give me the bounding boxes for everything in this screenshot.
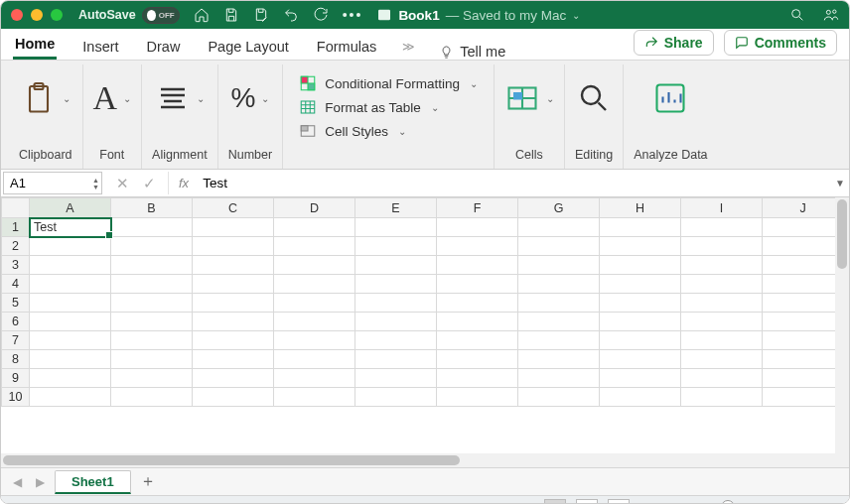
cell[interactable] xyxy=(111,256,193,275)
column-header-b[interactable]: B xyxy=(111,198,193,218)
cell[interactable] xyxy=(763,350,844,369)
cell[interactable] xyxy=(437,294,518,313)
cell[interactable] xyxy=(111,331,193,350)
cell[interactable] xyxy=(193,369,274,388)
cell[interactable] xyxy=(355,275,437,294)
cell[interactable] xyxy=(437,331,518,350)
cell[interactable] xyxy=(193,218,274,237)
cell[interactable] xyxy=(30,388,111,407)
scrollbar-thumb[interactable] xyxy=(3,455,460,465)
cell[interactable] xyxy=(437,369,518,388)
cell[interactable] xyxy=(681,331,763,350)
cell[interactable] xyxy=(600,388,681,407)
cell[interactable] xyxy=(111,388,193,407)
expand-formula-bar-icon[interactable]: ▼ xyxy=(831,170,849,196)
cell[interactable] xyxy=(600,294,681,313)
sheet-tab-sheet1[interactable]: Sheet1 xyxy=(55,470,131,494)
zoom-thumb[interactable] xyxy=(721,500,735,505)
cell[interactable] xyxy=(763,313,844,331)
cell[interactable] xyxy=(355,256,437,275)
cell[interactable] xyxy=(518,331,600,350)
cell-a1[interactable]: Test xyxy=(30,218,111,237)
cell[interactable] xyxy=(518,313,600,331)
undo-icon[interactable] xyxy=(283,7,299,23)
fx-label[interactable]: fx xyxy=(169,170,199,196)
cell[interactable] xyxy=(763,275,844,294)
cell[interactable] xyxy=(355,313,437,331)
cell[interactable] xyxy=(437,237,518,256)
cell[interactable] xyxy=(193,388,274,407)
cell[interactable] xyxy=(437,275,518,294)
cell[interactable] xyxy=(681,256,763,275)
number-button[interactable]: % ⌄ xyxy=(230,68,269,128)
sheet-nav-next-icon[interactable]: ▶ xyxy=(32,475,49,489)
cell[interactable] xyxy=(763,237,844,256)
cell[interactable] xyxy=(193,331,274,350)
share-people-icon[interactable] xyxy=(823,7,839,23)
name-box-stepper[interactable]: ▲▼ xyxy=(92,177,99,190)
horizontal-scrollbar[interactable] xyxy=(1,453,849,467)
format-as-table-button[interactable]: Format as Table ⌄ xyxy=(299,98,478,116)
row-header-6[interactable]: 6 xyxy=(2,313,30,331)
conditional-formatting-button[interactable]: Conditional Formatting ⌄ xyxy=(299,74,478,92)
cell[interactable] xyxy=(355,294,437,313)
select-all-corner[interactable] xyxy=(2,198,30,218)
cell[interactable] xyxy=(274,256,355,275)
cell[interactable] xyxy=(111,350,193,369)
cell[interactable] xyxy=(111,369,193,388)
cell[interactable] xyxy=(111,218,193,237)
cell[interactable] xyxy=(600,369,681,388)
cell[interactable] xyxy=(193,313,274,331)
add-sheet-button[interactable]: ＋ xyxy=(137,471,159,493)
maximize-window-button[interactable] xyxy=(51,9,63,21)
row-header-10[interactable]: 10 xyxy=(2,388,30,407)
cell[interactable] xyxy=(763,256,844,275)
cell[interactable] xyxy=(274,331,355,350)
cell[interactable] xyxy=(437,350,518,369)
tab-page-layout[interactable]: Page Layout xyxy=(206,33,290,60)
cancel-formula-icon[interactable]: ✕ xyxy=(116,175,129,192)
cell[interactable] xyxy=(437,218,518,237)
home-icon[interactable] xyxy=(194,7,210,23)
cell[interactable] xyxy=(193,237,274,256)
cell[interactable] xyxy=(30,275,111,294)
cell[interactable] xyxy=(600,237,681,256)
cell[interactable] xyxy=(437,313,518,331)
cell[interactable] xyxy=(355,218,437,237)
zoom-out-button[interactable]: − xyxy=(639,499,648,505)
minimize-window-button[interactable] xyxy=(31,9,43,21)
row-header-5[interactable]: 5 xyxy=(2,294,30,313)
comments-button[interactable]: Comments xyxy=(724,30,837,56)
column-header-c[interactable]: C xyxy=(193,198,274,218)
row-header-8[interactable]: 8 xyxy=(2,350,30,369)
cell[interactable] xyxy=(30,294,111,313)
view-page-break-button[interactable] xyxy=(608,499,630,505)
save-icon[interactable] xyxy=(223,7,239,23)
cell[interactable] xyxy=(355,237,437,256)
cell[interactable] xyxy=(681,313,763,331)
cell[interactable] xyxy=(30,237,111,256)
row-header-1[interactable]: 1 xyxy=(2,218,30,237)
cell[interactable] xyxy=(193,350,274,369)
cell[interactable] xyxy=(763,294,844,313)
accept-formula-icon[interactable]: ✓ xyxy=(143,175,156,192)
cell[interactable] xyxy=(763,388,844,407)
cell[interactable] xyxy=(274,350,355,369)
close-window-button[interactable] xyxy=(11,9,23,21)
row-header-7[interactable]: 7 xyxy=(2,331,30,350)
cell[interactable] xyxy=(518,256,600,275)
row-header-3[interactable]: 3 xyxy=(2,256,30,275)
cell[interactable] xyxy=(274,237,355,256)
font-button[interactable]: A ⌄ xyxy=(93,68,132,128)
cell[interactable] xyxy=(518,294,600,313)
cell[interactable] xyxy=(355,331,437,350)
cell[interactable] xyxy=(274,218,355,237)
name-box[interactable]: A1 ▲▼ xyxy=(3,172,102,194)
tabs-overflow-icon[interactable]: ≫ xyxy=(402,40,415,60)
redo-icon[interactable] xyxy=(313,7,329,23)
cell[interactable] xyxy=(763,331,844,350)
column-header-f[interactable]: F xyxy=(437,198,518,218)
cell-styles-button[interactable]: Cell Styles ⌄ xyxy=(299,122,478,140)
vertical-scrollbar[interactable] xyxy=(835,197,849,453)
cell[interactable] xyxy=(193,294,274,313)
